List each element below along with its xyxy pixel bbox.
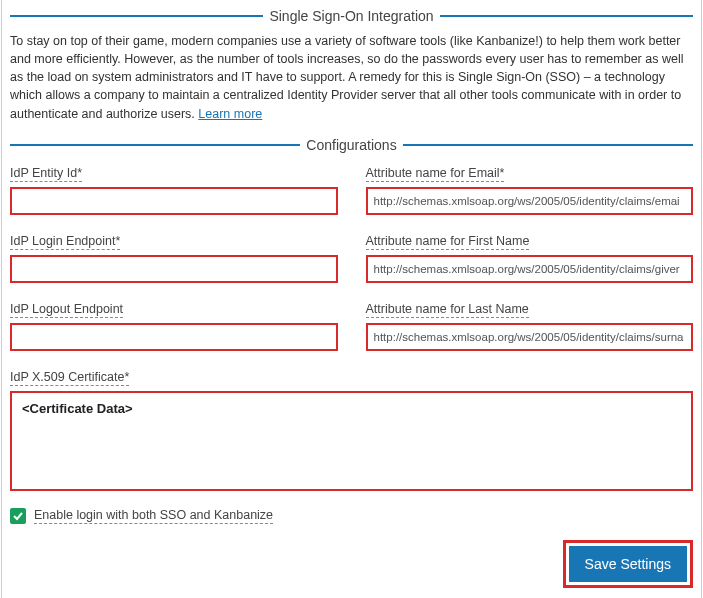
input-cert[interactable] bbox=[10, 391, 693, 491]
field-cert: IdP X.509 Certificate* bbox=[10, 369, 693, 494]
label-idp-entity-id: IdP Entity Id* bbox=[10, 166, 82, 182]
field-attr-last: Attribute name for Last Name bbox=[366, 301, 694, 351]
save-settings-button[interactable]: Save Settings bbox=[569, 546, 687, 582]
description-body: To stay on top of their game, modern com… bbox=[10, 34, 683, 121]
divider-right bbox=[403, 144, 693, 146]
check-icon bbox=[12, 510, 24, 522]
learn-more-link[interactable]: Learn more bbox=[198, 107, 262, 121]
input-attr-first[interactable] bbox=[366, 255, 694, 283]
panel-title: Single Sign-On Integration bbox=[269, 8, 433, 24]
input-idp-entity-id[interactable] bbox=[10, 187, 338, 215]
input-attr-email[interactable] bbox=[366, 187, 694, 215]
config-title: Configurations bbox=[306, 137, 396, 153]
input-attr-last[interactable] bbox=[366, 323, 694, 351]
label-attr-first: Attribute name for First Name bbox=[366, 234, 530, 250]
label-attr-last: Attribute name for Last Name bbox=[366, 302, 529, 318]
input-idp-logout[interactable] bbox=[10, 323, 338, 351]
label-cert: IdP X.509 Certificate* bbox=[10, 370, 129, 386]
field-attr-first: Attribute name for First Name bbox=[366, 233, 694, 283]
label-idp-login: IdP Login Endpoint* bbox=[10, 234, 120, 250]
config-grid: IdP Entity Id* Attribute name for Email*… bbox=[10, 165, 693, 494]
config-header-row: Configurations bbox=[10, 137, 693, 153]
label-attr-email: Attribute name for Email* bbox=[366, 166, 505, 182]
description-text: To stay on top of their game, modern com… bbox=[10, 32, 693, 123]
divider-left bbox=[10, 144, 300, 146]
enable-both-checkbox[interactable] bbox=[10, 508, 26, 524]
field-idp-entity-id: IdP Entity Id* bbox=[10, 165, 338, 215]
divider-right bbox=[440, 15, 693, 17]
divider-left bbox=[10, 15, 263, 17]
save-button-highlight: Save Settings bbox=[563, 540, 693, 588]
button-row: Save Settings bbox=[10, 540, 693, 588]
label-idp-logout: IdP Logout Endpoint bbox=[10, 302, 123, 318]
field-idp-login: IdP Login Endpoint* bbox=[10, 233, 338, 283]
enable-both-row: Enable login with both SSO and Kanbanize bbox=[10, 508, 693, 524]
panel-header-row: Single Sign-On Integration bbox=[10, 8, 693, 24]
enable-both-label[interactable]: Enable login with both SSO and Kanbanize bbox=[34, 508, 273, 524]
field-attr-email: Attribute name for Email* bbox=[366, 165, 694, 215]
field-idp-logout: IdP Logout Endpoint bbox=[10, 301, 338, 351]
sso-integration-panel: Single Sign-On Integration To stay on to… bbox=[1, 0, 702, 598]
input-idp-login[interactable] bbox=[10, 255, 338, 283]
